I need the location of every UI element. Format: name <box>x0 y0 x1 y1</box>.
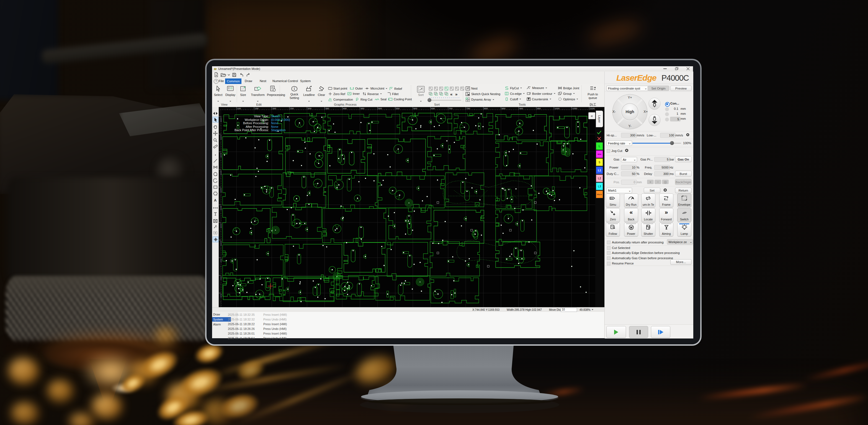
svg-text:1100: 1100 <box>590 107 595 110</box>
svg-text:400: 400 <box>343 107 347 110</box>
svg-text:800: 800 <box>484 107 488 110</box>
svg-text:150: 150 <box>255 107 258 110</box>
svg-text:500: 500 <box>378 107 382 110</box>
svg-text:1050: 1050 <box>572 107 577 110</box>
svg-text:300: 300 <box>308 107 311 110</box>
svg-text:700: 700 <box>449 107 453 110</box>
svg-text:X+: X+ <box>644 110 648 114</box>
svg-text:250: 250 <box>290 107 294 110</box>
svg-text:750: 750 <box>467 107 470 110</box>
svg-text:850: 850 <box>502 107 505 110</box>
svg-text:450: 450 <box>361 107 364 110</box>
svg-text:900: 900 <box>519 107 523 110</box>
svg-text:Y-: Y- <box>628 124 631 128</box>
svg-text:1000: 1000 <box>555 107 560 110</box>
svg-text:600: 600 <box>414 107 417 110</box>
svg-text:X-: X- <box>613 110 616 114</box>
svg-text:200: 200 <box>273 107 276 110</box>
svg-text:High: High <box>625 110 634 114</box>
svg-text:1: 1 <box>293 87 295 90</box>
svg-text:950: 950 <box>537 107 541 110</box>
svg-text:550: 550 <box>396 107 400 110</box>
svg-text:350: 350 <box>325 107 329 110</box>
svg-text:SIM: SIM <box>610 197 613 199</box>
svg-text:650: 650 <box>431 107 435 110</box>
svg-text:100: 100 <box>237 107 241 110</box>
svg-text:Y+: Y+ <box>628 96 632 100</box>
